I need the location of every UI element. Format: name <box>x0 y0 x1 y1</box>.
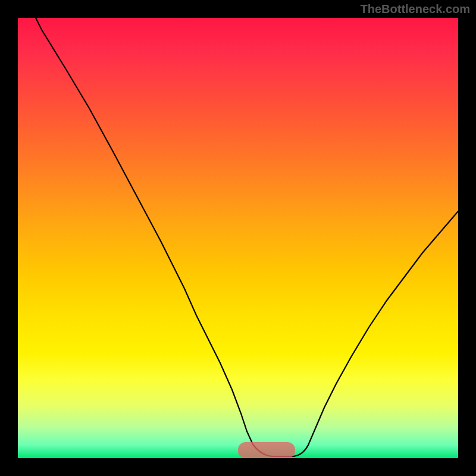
curve-svg <box>18 18 458 458</box>
highlight-band <box>238 442 295 458</box>
watermark-text: TheBottleneck.com <box>361 2 470 16</box>
chart-plot-area <box>18 18 458 458</box>
main-curve <box>18 18 458 456</box>
